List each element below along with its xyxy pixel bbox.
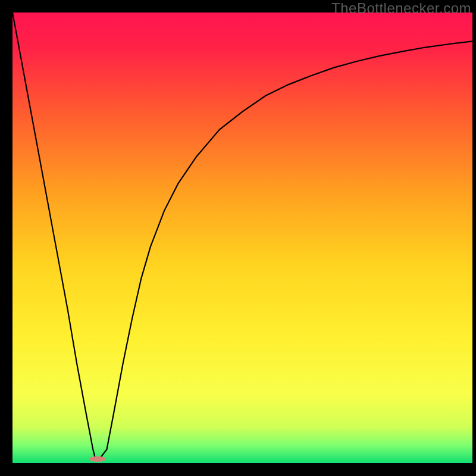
plot-area <box>12 12 472 463</box>
chart-frame: TheBottlenecker.com <box>0 0 476 476</box>
bottleneck-curve <box>12 12 472 463</box>
